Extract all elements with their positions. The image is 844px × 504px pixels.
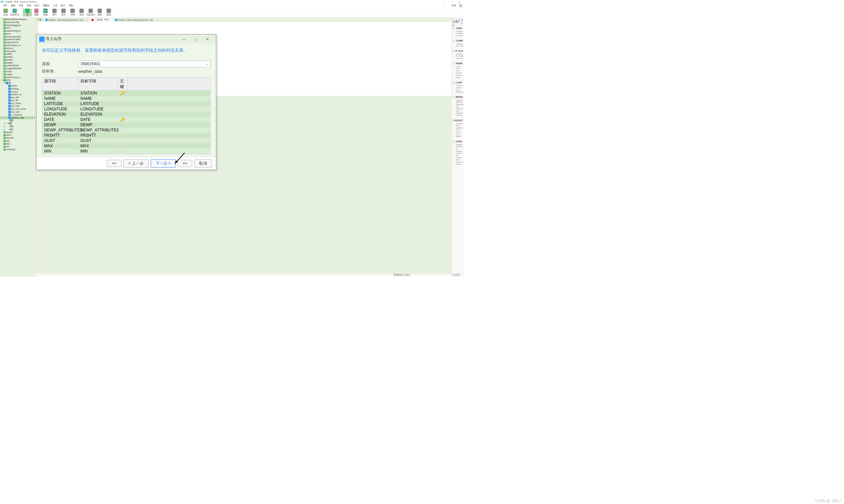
table-item[interactable]: sys_menu	[0, 102, 35, 105]
table-item[interactable]: t_comment	[0, 113, 35, 116]
avatar-icon[interactable]	[459, 4, 462, 7]
db-item[interactable]: absolutetransmission	[0, 18, 35, 21]
db-item[interactable]: vhr	[0, 145, 35, 148]
tb-backup[interactable]: 备份	[77, 8, 86, 16]
tb-connect[interactable]: 连接	[1, 8, 10, 16]
db-item[interactable]: kettle	[0, 53, 35, 56]
minimize-button[interactable]: —	[441, 1, 448, 3]
field-mapping-grid[interactable]: 源字段 目标字段 主键 STATIONSTATION🔑NAMENAMELATIT…	[42, 77, 211, 154]
dialog-minimize[interactable]: —	[178, 37, 190, 41]
tb-table[interactable]: 表	[23, 8, 32, 16]
views-node[interactable]: 📄 视图	[0, 119, 35, 122]
menu-favorite[interactable]: 收藏夹	[41, 4, 51, 7]
db-item[interactable]: performance_s	[0, 76, 35, 79]
db-item[interactable]: lostandfound	[0, 64, 35, 67]
db-item[interactable]: allcommodity	[0, 21, 35, 24]
table-item[interactable]: student_cc	[0, 93, 35, 96]
close-icon[interactable]: ×	[110, 18, 111, 21]
db-item[interactable]: ems	[0, 32, 35, 35]
db-item[interactable]: sys	[0, 139, 35, 142]
close-button[interactable]: ✕	[455, 1, 463, 3]
db-item[interactable]: vueblog2	[0, 148, 35, 151]
dialog-close[interactable]: ✕	[202, 37, 213, 41]
maximize-button[interactable]: □	[448, 1, 455, 3]
close-icon[interactable]: ×	[86, 18, 88, 21]
tb-query[interactable]: 查询	[68, 8, 77, 16]
tables-node[interactable]: ▾表	[0, 82, 35, 85]
search-placeholder[interactable]: 搜索	[455, 273, 459, 276]
functions-node[interactable]: ▸fx函数	[0, 122, 35, 125]
snippet-item[interactable]: ()SELECTRetrieve rows selected from one …	[452, 118, 464, 139]
tb-function[interactable]: f(x)函数	[41, 8, 50, 16]
db-item[interactable]: kettle1	[0, 56, 35, 59]
tab-untitled[interactable]: * 无标题 - 查询×	[90, 18, 114, 22]
table-item[interactable]: article	[0, 84, 35, 87]
tb-newquery[interactable]: 新建查询	[10, 8, 19, 16]
tab-objects[interactable]: 对象	[36, 18, 44, 22]
backup-node[interactable]: ▸📄 备份	[0, 128, 35, 131]
menu-view[interactable]: 查看	[17, 4, 25, 7]
db-item[interactable]: environmentali	[0, 35, 35, 38]
snippet-item[interactable]: ()COMMCreate a comment	[452, 38, 464, 48]
menu-help[interactable]: 帮助	[67, 4, 75, 7]
db-item[interactable]: mydb	[0, 70, 35, 73]
panel-icon[interactable]: ▥	[461, 18, 463, 21]
btn-prev[interactable]: < 上一步	[123, 159, 148, 168]
db-item[interactable]: seckill	[0, 131, 35, 134]
db-item[interactable]: easydrivingsch	[0, 29, 35, 32]
menu-window[interactable]: 窗口	[59, 4, 67, 7]
tb-chart[interactable]: 图表	[104, 8, 113, 16]
tb-view[interactable]: 视图	[32, 8, 41, 16]
tab-weather1[interactable]: weather_data @qing (localhost_330...×	[44, 18, 90, 22]
db-item[interactable]: bms	[0, 27, 35, 30]
mapping-row[interactable]: LONGITUDELONGITUDE	[42, 106, 210, 112]
mapping-row[interactable]: GUSTGUST	[42, 138, 210, 143]
db-item[interactable]: information_sc	[0, 44, 35, 47]
mapping-row[interactable]: ELEVATIONELEVATION	[42, 112, 210, 117]
tb-user[interactable]: 用户	[50, 8, 59, 16]
tab-weather2[interactable]: weather_data @qing (localhost_330...×	[114, 18, 159, 22]
db-item[interactable]: kettle2	[0, 58, 35, 61]
mapping-row[interactable]: FRSHTTFRSHTT	[42, 133, 210, 138]
menu-tool[interactable]: 工具	[51, 4, 59, 7]
mapping-row[interactable]: NAMENAME	[42, 96, 210, 101]
db-item[interactable]: sked	[0, 134, 35, 137]
db-item[interactable]: assistingagricu	[0, 24, 35, 27]
table-item[interactable]: sys_role_menu	[0, 108, 35, 111]
mapping-row[interactable]: DATEDATE🔑	[42, 117, 210, 122]
tb-auto[interactable]: 自动运行	[86, 8, 95, 16]
menu-format[interactable]: 格式	[33, 4, 41, 7]
table-item[interactable]: sys_user	[0, 110, 35, 113]
menu-file[interactable]: 文件	[1, 4, 9, 7]
btn-cancel[interactable]: 取消	[194, 159, 212, 168]
db-item-active[interactable]: ▾qing	[0, 79, 35, 82]
queries-node[interactable]: ▸📄 查询	[0, 125, 35, 128]
source-table-select[interactable]: 356615901⌄	[78, 60, 211, 67]
mapping-row[interactable]: MAXMAX	[42, 143, 210, 148]
db-item[interactable]: experiment1	[0, 41, 35, 44]
snippet-item[interactable]: ()INSERInsert new rows into an existing …	[452, 60, 464, 80]
db-item[interactable]: magneticfielddc	[0, 67, 35, 70]
mapping-row[interactable]: LATITUDELATITUDE	[42, 101, 210, 106]
btn-next[interactable]: 下一步 >	[151, 159, 176, 168]
tb-model[interactable]: 模型	[95, 8, 104, 16]
snippet-item[interactable]: ()UPDAUpdates columns of existing rows i…	[452, 139, 464, 167]
btn-first[interactable]: <<	[107, 160, 121, 167]
tb-other[interactable]: 其它	[59, 8, 68, 16]
db-item[interactable]: kettle4	[0, 61, 35, 64]
table-item[interactable]: weather_data	[0, 116, 35, 119]
table-item[interactable]: sys_dict	[0, 96, 35, 99]
mapping-row[interactable]: DEWP_ATTRIBUTESDEWP_ATTRIBUTES	[42, 127, 210, 133]
login-link[interactable]: 登录	[450, 4, 458, 7]
mapping-row[interactable]: STATIONSTATION🔑	[42, 91, 210, 96]
dialog-maximize[interactable]: □	[190, 37, 202, 41]
table-item[interactable]: building	[0, 87, 35, 90]
snippet-item[interactable]: ()LOOPCreate a simple loop construct	[452, 80, 464, 94]
snippet-item[interactable]: ()CASECreate a condition construct	[452, 25, 464, 38]
db-item[interactable]: sked00	[0, 137, 35, 139]
snippet-item[interactable]: ()IF...ELSCreate a IF...ELSE construct	[452, 49, 464, 61]
table-item[interactable]: course	[0, 90, 35, 93]
db-item[interactable]: test	[0, 142, 35, 145]
snippet-item[interactable]: ()REPEACreate A REPEAT Statement. The St…	[452, 94, 464, 118]
close-icon[interactable]: ×	[156, 18, 157, 21]
